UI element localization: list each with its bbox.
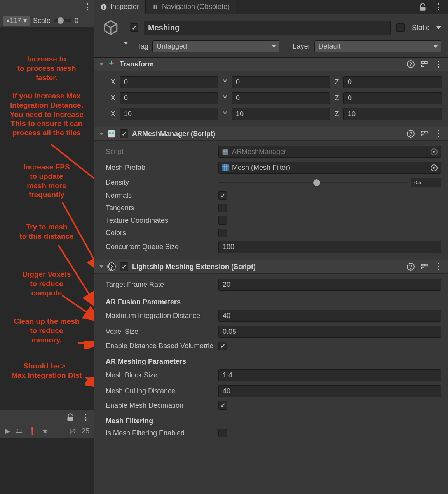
icon-selector-dropdown[interactable] <box>124 42 128 44</box>
ar-fusion-heading: AR Fusion Parameters <box>106 293 441 308</box>
component-enabled-checkbox[interactable] <box>120 129 128 138</box>
script-label: Script <box>106 148 214 156</box>
layer-label: Layer <box>283 42 310 51</box>
tag-icon[interactable]: 🏷 <box>16 427 23 435</box>
kebab-menu-icon[interactable]: ⋮ <box>434 4 443 9</box>
tab-label: Navigation (Obsolete) <box>162 3 230 11</box>
position-row: Position X Y Z <box>106 74 441 90</box>
tag-dropdown[interactable]: Untagged <box>152 40 279 52</box>
armeshmanager-body: Script ARMeshManager Mesh Prefab Mesh (M… <box>94 141 448 260</box>
mesh-filtering-heading: Mesh Filtering <box>106 412 441 427</box>
tangents-checkbox[interactable] <box>218 204 227 212</box>
component-enabled-checkbox[interactable] <box>120 262 128 271</box>
mesh-prefab-field[interactable]: Mesh (Mesh Filter) <box>218 162 441 174</box>
component-menu-icon[interactable]: ⋮ <box>434 131 443 136</box>
scale-x-field[interactable] <box>120 108 218 120</box>
filter-enabled-checkbox[interactable] <box>218 429 227 437</box>
scale-thumb[interactable] <box>58 17 64 24</box>
kebab-menu-icon[interactable]: ⋮ <box>83 3 91 11</box>
svg-rect-27 <box>421 131 424 133</box>
armeshmanager-header[interactable]: ARMeshManager (Script) ? ⋮ <box>94 127 448 141</box>
navigation-icon <box>152 3 159 10</box>
texcoords-checkbox[interactable] <box>218 216 227 225</box>
gameobject-name-field[interactable] <box>144 21 391 35</box>
layer-dropdown[interactable]: Default <box>314 40 441 52</box>
position-y-field[interactable] <box>232 76 330 88</box>
lightship-header[interactable]: Lightship Meshing Extension (Script) ? ⋮ <box>94 260 448 274</box>
script-value: ARMeshManager <box>232 148 286 156</box>
lock-open-icon[interactable] <box>65 413 75 421</box>
mesh-block-field[interactable] <box>218 369 441 381</box>
mesh-decimation-checkbox[interactable] <box>218 401 227 410</box>
mesh-prefab-value: Mesh (Mesh Filter) <box>232 164 290 172</box>
rotation-x-field[interactable] <box>120 92 218 104</box>
max-integration-label: Maximum Integration Distance <box>106 312 214 320</box>
transform-header[interactable]: Transform ? ⋮ <box>94 57 448 71</box>
voxel-size-field[interactable] <box>218 326 441 338</box>
y-label: Y <box>221 78 228 86</box>
component-menu-icon[interactable]: ⋮ <box>434 61 443 66</box>
colors-checkbox[interactable] <box>218 229 227 237</box>
svg-rect-29 <box>421 134 424 136</box>
foldout-icon[interactable] <box>99 133 103 135</box>
scale-y-field[interactable] <box>232 108 330 120</box>
target-frame-rate-field[interactable] <box>218 279 441 291</box>
rotation-z-field[interactable] <box>343 92 442 104</box>
svg-rect-28 <box>425 131 427 133</box>
preset-icon[interactable] <box>421 264 428 269</box>
foldout-icon[interactable] <box>99 63 103 66</box>
script-field: ARMeshManager <box>218 146 441 158</box>
preset-icon[interactable] <box>421 61 428 67</box>
scale-slider[interactable] <box>54 19 71 22</box>
position-z-field[interactable] <box>343 76 442 88</box>
help-icon[interactable]: ? <box>407 130 415 138</box>
normals-label: Normals <box>106 192 214 200</box>
scale-z-field[interactable] <box>343 108 442 120</box>
distance-vol-checkbox[interactable] <box>218 342 227 350</box>
enabled-checkbox[interactable] <box>130 23 138 32</box>
svg-rect-14 <box>156 7 157 9</box>
rotation-y-field[interactable] <box>232 92 330 104</box>
lightship-body: Target Frame Rate AR Fusion Parameters M… <box>94 274 448 444</box>
z-label: Z <box>333 78 340 86</box>
preset-icon[interactable] <box>421 131 428 136</box>
eye-off-icon[interactable] <box>69 428 76 435</box>
density-slider[interactable] <box>218 182 408 183</box>
position-x-field[interactable] <box>120 76 218 88</box>
ar-meshing-heading: AR Meshing Parameters <box>106 352 441 367</box>
queue-size-field[interactable] <box>218 241 441 253</box>
svg-rect-15 <box>420 7 425 11</box>
tab-navigation[interactable]: Navigation (Obsolete) <box>146 0 236 14</box>
gameobject-icon[interactable] <box>103 19 119 36</box>
kebab-menu-icon[interactable]: ⋮ <box>82 413 89 421</box>
mesh-culling-field[interactable] <box>218 385 441 397</box>
foldout-icon[interactable] <box>99 265 103 268</box>
tangents-label: Tangents <box>106 204 214 212</box>
max-integration-field[interactable] <box>218 310 441 322</box>
queue-label: Concurrent Queue Size <box>106 243 214 251</box>
static-checkbox[interactable] <box>396 23 405 32</box>
object-picker-icon[interactable] <box>431 164 438 171</box>
script-ref-icon <box>222 148 229 155</box>
help-icon[interactable]: ? <box>407 60 415 68</box>
density-value-field[interactable] <box>411 178 441 187</box>
svg-rect-36 <box>425 264 427 266</box>
component-menu-icon[interactable]: ⋮ <box>434 264 443 269</box>
help-icon[interactable]: ? <box>407 263 415 271</box>
static-dropdown-icon[interactable] <box>436 26 441 29</box>
svg-rect-33 <box>222 164 229 171</box>
lock-open-icon[interactable] <box>418 3 428 11</box>
normals-checkbox[interactable] <box>218 191 227 200</box>
warning-icon[interactable]: ❗ <box>28 427 37 435</box>
resolution-dropdown[interactable]: x117 ▾ <box>3 16 30 26</box>
tab-inspector[interactable]: i Inspector <box>94 0 146 14</box>
voxel-size-label: Voxel Size <box>106 328 214 336</box>
svg-rect-19 <box>421 62 424 63</box>
svg-rect-0 <box>67 417 73 421</box>
mesh-prefab-label: Mesh Prefab <box>106 164 214 172</box>
slider-thumb[interactable] <box>313 179 320 186</box>
density-label: Density <box>106 178 214 187</box>
svg-rect-20 <box>425 62 427 63</box>
star-icon[interactable]: ★ <box>42 427 48 435</box>
svg-rect-30 <box>223 149 228 155</box>
